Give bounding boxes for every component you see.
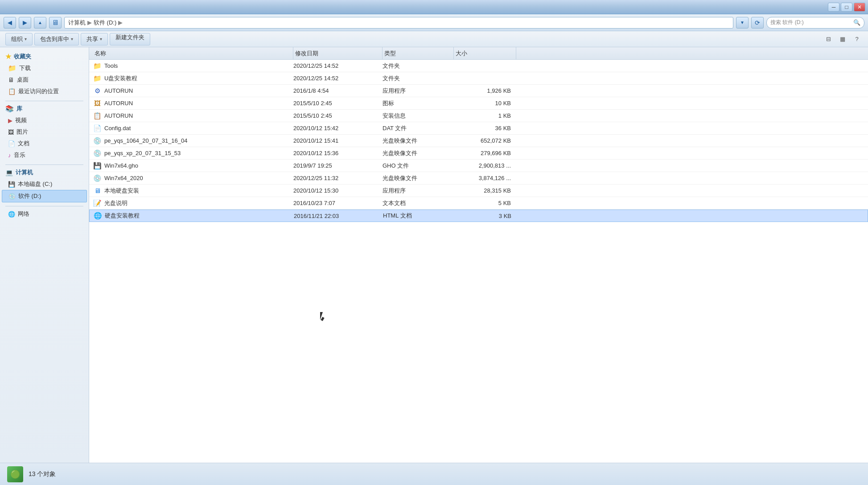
file-name: 本地硬盘安装 [104,187,139,195]
table-row[interactable]: 📁 U盘安装教程 2020/12/25 14:52 文件夹 [89,72,868,85]
search-icon[interactable]: 🔍 [853,19,860,26]
help-button[interactable]: ? [851,34,863,45]
file-date: 2016/10/23 7:07 [293,200,383,206]
sidebar-item-doc[interactable]: 📄 文档 [2,138,87,149]
new-folder-button[interactable]: 新建文件夹 [110,33,150,45]
file-area: 名称 修改日期 类型 大小 📁 Tools 2020/12/25 14:52 文… [89,47,868,463]
col-header-size[interactable]: 大小 [454,47,516,59]
file-size: 28,315 KB [454,187,516,194]
network-label: 网络 [18,210,29,218]
file-name: 光盘说明 [104,199,128,207]
file-name: AUTORUN [104,87,133,94]
organize-button[interactable]: 组织 ▾ [5,33,33,45]
view-button2[interactable]: ▦ [837,34,848,45]
table-row[interactable]: 🌐 硬盘安装教程 2016/11/21 22:03 HTML 文档 3 KB [89,210,868,222]
recent-icon: 📋 [8,88,16,95]
table-row[interactable]: 🖥 本地硬盘安装 2020/10/12 15:30 应用程序 28,315 KB [89,185,868,197]
file-type: 图标 [383,99,454,107]
back-button[interactable]: ◀ [4,17,16,29]
view-button[interactable]: ⊟ [823,34,834,45]
sidebar-item-local-c[interactable]: 💾 本地磁盘 (C:) [2,178,87,190]
close-button[interactable]: ✕ [854,3,865,12]
up-button[interactable]: ▲ [34,17,46,29]
sidebar-item-music[interactable]: ♪ 音乐 [2,149,87,161]
file-icon: 🖼 [93,99,102,108]
file-icon: 📋 [93,111,102,120]
computer-icon: 💻 [5,169,13,176]
sidebar-item-drive-d[interactable]: 💿 软件 (D:) [2,190,87,202]
file-size: 10 KB [454,100,516,107]
breadcrumb[interactable]: 计算机 ▶ 软件 (D:) ▶ [64,17,733,29]
folder-icon: 📁 [8,64,16,72]
file-date: 2016/1/8 4:54 [293,87,383,94]
breadcrumb-computer[interactable]: 计算机 [68,19,86,27]
maximize-button[interactable]: □ [841,3,852,12]
minimize-button[interactable]: ─ [828,3,839,12]
recent-label: 最近访问的位置 [18,87,59,95]
sidebar-item-network[interactable]: 🌐 网络 [2,208,87,220]
include-label: 包含到库中 [40,35,69,43]
file-type: 文本文档 [383,199,454,207]
file-date: 2020/10/12 15:41 [293,137,383,144]
table-row[interactable]: 📄 Config.dat 2020/10/12 15:42 DAT 文件 36 … [89,122,868,135]
file-type: 文件夹 [383,74,454,82]
dropdown-button[interactable]: ▼ [736,17,749,29]
doc-icon: 📄 [8,140,15,147]
table-row[interactable]: 🖼 AUTORUN 2015/5/10 2:45 图标 10 KB [89,97,868,110]
library-label: 库 [16,105,22,113]
drive-d-label: 软件 (D:) [18,192,41,200]
col-header-type[interactable]: 类型 [383,47,454,59]
statusbar-count: 13 个对象 [29,470,56,478]
music-label: 音乐 [14,151,25,159]
share-label: 共享 [86,35,98,43]
new-folder-label: 新建文件夹 [115,34,144,41]
statusbar: 🟢 13 个对象 [0,463,868,485]
file-date: 2020/10/12 15:30 [293,187,383,194]
share-button[interactable]: 共享 ▾ [81,33,108,45]
titlebar: ─ □ ✕ [0,0,868,14]
forward-button[interactable]: ▶ [19,17,31,29]
main-content: ★ 收藏夹 📁 下载 🖥 桌面 📋 最近访问的位置 📚 库 ▶ [0,47,868,463]
table-row[interactable]: 💿 Win7x64_2020 2020/12/25 11:32 光盘映像文件 3… [89,172,868,185]
computer-label: 计算机 [16,169,33,177]
file-date: 2020/12/25 14:52 [293,62,383,69]
table-row[interactable]: 💾 Win7x64.gho 2019/9/7 19:25 GHO 文件 2,90… [89,160,868,172]
favorites-section: ★ 收藏夹 📁 下载 🖥 桌面 📋 最近访问的位置 [2,51,87,97]
share-arrow: ▾ [100,37,102,41]
file-date: 2016/11/21 22:03 [294,213,383,219]
file-date: 2020/10/12 15:42 [293,125,383,132]
sidebar-item-image[interactable]: 🖼 图片 [2,126,87,138]
toolbar-right: ⊟ ▦ ? [823,34,863,45]
file-type: 应用程序 [383,187,454,195]
table-row[interactable]: 💿 pe_yqs_xp_20_07_31_15_53 2020/10/12 15… [89,147,868,160]
breadcrumb-drive[interactable]: 软件 (D:) [94,19,116,27]
include-button[interactable]: 包含到库中 ▾ [34,33,79,45]
file-name: 硬盘安装教程 [105,212,140,220]
col-header-date[interactable]: 修改日期 [293,47,383,59]
file-icon: 🖥 [93,186,102,195]
search-box[interactable]: 搜索 软件 (D:) 🔍 [766,17,864,29]
table-row[interactable]: 💿 pe_yqs_1064_20_07_31_16_04 2020/10/12 … [89,135,868,147]
file-date: 2020/12/25 11:32 [293,175,383,181]
computer-section: 💻 计算机 💾 本地磁盘 (C:) 💿 软件 (D:) [2,167,87,202]
sidebar-item-video[interactable]: ▶ 视频 [2,115,87,126]
table-row[interactable]: 📁 Tools 2020/12/25 14:52 文件夹 [89,60,868,72]
col-header-name[interactable]: 名称 [93,47,293,59]
desktop-label: 桌面 [17,76,29,84]
file-list: 📁 Tools 2020/12/25 14:52 文件夹 📁 U盘安装教程 20… [89,60,868,463]
table-row[interactable]: 📋 AUTORUN 2015/5/10 2:45 安装信息 1 KB [89,110,868,122]
sidebar-item-desktop[interactable]: 🖥 桌面 [2,74,87,86]
sidebar-item-downloads[interactable]: 📁 下载 [2,62,87,74]
library-title: 📚 库 [2,103,87,115]
refresh-button[interactable]: ⟳ [751,17,764,29]
table-row[interactable]: ⚙ AUTORUN 2016/1/8 4:54 应用程序 1,926 KB [89,85,868,97]
favorites-label: 收藏夹 [14,53,31,61]
file-name: pe_yqs_1064_20_07_31_16_04 [104,137,188,144]
file-name: Tools [104,62,118,69]
favorites-title: ★ 收藏夹 [2,51,87,62]
table-row[interactable]: 📝 光盘说明 2016/10/23 7:07 文本文档 5 KB [89,197,868,210]
sidebar-item-recent[interactable]: 📋 最近访问的位置 [2,86,87,97]
addressbar: ◀ ▶ ▲ 🖥 计算机 ▶ 软件 (D:) ▶ ▼ ⟳ 搜索 软件 (D:) 🔍 [0,14,868,31]
file-type: 光盘映像文件 [383,149,454,157]
file-icon: 📁 [93,74,102,83]
